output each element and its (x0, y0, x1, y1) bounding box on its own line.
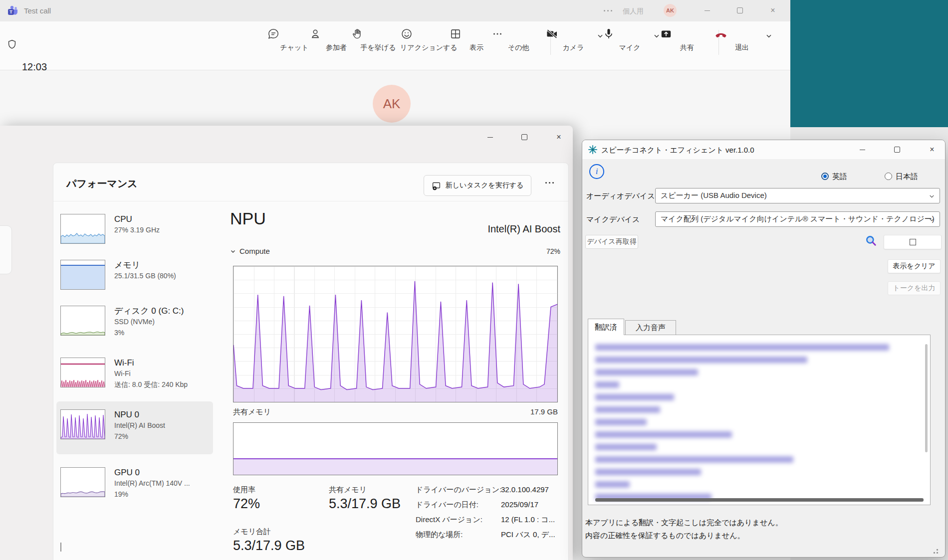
audio-device-select[interactable]: スピーカー (USB Audio Device) (655, 188, 940, 203)
redetect-devices-button[interactable]: デバイス再取得 (585, 235, 638, 249)
stat-value-sharedmem: 5.3/17.9 GB (329, 496, 401, 512)
stop-icon (910, 239, 916, 245)
window-title: Test call (24, 6, 51, 15)
cpu-thumbnail-chart (60, 214, 105, 244)
teams-more-menu[interactable] (604, 10, 612, 11)
radio-japanese[interactable] (885, 173, 892, 180)
run-new-task-button[interactable]: 新しいタスクを実行する (424, 175, 531, 196)
speech-connect-window: スピーチコネクト・エフィシェント ver.1.0.0 × i 英語 日本語 オー… (582, 140, 946, 558)
teams-minimize-button[interactable] (696, 1, 718, 20)
stat-value-usage: 72% (233, 496, 260, 512)
shared-memory-max: 17.9 GB (530, 407, 558, 417)
more-options-button[interactable]: その他 (491, 27, 546, 52)
radio-japanese-label: 日本語 (896, 172, 918, 182)
detail-value: 2025/09/17 (501, 500, 538, 509)
detail-label: DirectX バージョン: (416, 515, 482, 525)
share-icon (660, 27, 714, 40)
tm-performance-panel: パフォーマンス 新しいタスクを実行する CPU 27% 3.19 GHz (53, 163, 569, 560)
sc-minimize-button[interactable] (851, 140, 874, 159)
compute-current-pct: 72% (546, 247, 560, 255)
leave-button[interactable]: 退出 (714, 27, 769, 52)
sidebar-item-partial (60, 543, 61, 552)
wifi-thumbnail-chart (60, 358, 105, 387)
camera-button[interactable]: カメラ (546, 27, 601, 52)
teams-titlebar: T Test call 個人用 AK × (0, 0, 790, 21)
memory-thumbnail-chart (60, 260, 105, 290)
radio-english[interactable] (821, 173, 829, 180)
tab-translated[interactable]: 翻訳済 (588, 319, 624, 335)
transcript-blur-line (595, 344, 889, 351)
video-tile-avatar: AK (373, 85, 411, 123)
svg-text:T: T (9, 9, 12, 14)
resize-grip[interactable] (932, 547, 939, 554)
tm-minimize-button[interactable] (478, 129, 501, 146)
task-manager-window: × パフォーマンス 新しいタスクを実行する CPU 27% (0, 126, 573, 560)
detail-value: 32.0.100.4297 (501, 485, 549, 494)
compute-section-header[interactable]: Compute 72% (230, 247, 560, 255)
stat-label-usage: 使用率 (233, 485, 255, 495)
transcript-blur-line (595, 357, 807, 363)
detail-label: ドライバーのバージョン: (416, 485, 501, 495)
transcript-blur-line (595, 469, 701, 475)
npu-usage-chart (233, 266, 558, 402)
transcript-blur-line (595, 394, 674, 400)
detail-label: 物理的な場所: (416, 530, 463, 540)
shared-memory-header: 共有メモリ 17.9 GB (233, 407, 558, 417)
transcript-blur-line (595, 444, 657, 450)
magnifier-icon[interactable] (865, 234, 878, 247)
tm-more-button[interactable] (545, 182, 554, 184)
info-icon[interactable]: i (589, 164, 604, 179)
hand-icon (351, 27, 406, 40)
transcript-blur-line (595, 419, 647, 425)
npu-panel-title: NPU (230, 209, 266, 228)
chevron-down-icon (929, 216, 935, 223)
stat-value-memtotal: 5.3/17.9 GB (233, 538, 305, 554)
tm-close-button[interactable]: × (547, 129, 570, 146)
avatar[interactable]: AK (664, 4, 677, 17)
transcript-area[interactable] (588, 335, 931, 505)
hangup-icon (714, 27, 769, 40)
stop-button[interactable] (884, 235, 942, 249)
teams-close-button[interactable]: × (761, 1, 784, 20)
sc-titlebar: スピーチコネクト・エフィシェント ver.1.0.0 × (582, 140, 945, 159)
reactions-button[interactable]: リアクションする (400, 27, 455, 52)
audio-device-label: オーディオデバイス (586, 191, 655, 201)
sc-close-button[interactable]: × (921, 140, 944, 159)
ellipsis-icon (491, 27, 546, 40)
smiley-icon (400, 27, 455, 40)
tm-nav-rail[interactable] (0, 225, 12, 274)
desktop-background (790, 0, 948, 127)
horizontal-scrollbar[interactable] (595, 498, 924, 502)
run-task-icon (432, 181, 441, 190)
chevron-down-icon (929, 193, 935, 199)
transcript-blur-line (595, 406, 660, 413)
sc-maximize-button[interactable] (886, 140, 909, 159)
chevron-down-icon (230, 248, 236, 254)
teams-call-toolbar: 12:03 チャット 参加者 (0, 21, 790, 70)
disk-thumbnail-chart (60, 306, 105, 336)
shared-memory-bar (233, 422, 558, 475)
detail-value: 12 (FL 1.0 : コ... (501, 515, 555, 525)
snowflake-app-icon (588, 145, 597, 154)
teams-maximize-button[interactable] (728, 1, 751, 20)
leave-chevron-icon[interactable] (765, 32, 772, 39)
raise-hand-button[interactable]: 手を挙げる (351, 27, 406, 52)
npu-thumbnail-chart (60, 409, 105, 439)
disclaimer-line-1: 本アプリによる翻訳・文字起こしは完全ではありません。 (585, 518, 783, 528)
camera-off-icon (546, 27, 601, 40)
mic-chevron-icon[interactable] (653, 32, 660, 39)
gpu-thumbnail-chart (60, 467, 105, 497)
export-talk-button[interactable]: トークを出力 (888, 281, 941, 295)
share-button[interactable]: 共有 (660, 27, 714, 52)
teams-logo-icon: T (7, 4, 19, 16)
tab-input-audio[interactable]: 入力音声 (625, 320, 676, 335)
mic-device-label: マイクデバイス (586, 215, 640, 224)
mic-button[interactable]: マイク (602, 27, 657, 52)
profile-type-label: 個人用 (623, 7, 644, 16)
window-title: スピーチコネクト・エフィシェント ver.1.0.0 (601, 146, 754, 155)
tm-maximize-button[interactable] (513, 129, 536, 146)
stat-label-sharedmem: 共有メモリ (329, 485, 367, 495)
mic-device-select[interactable]: マイク配列 (デジタルマイク向けインテル® スマート・サウンド・テクノロジー) (655, 211, 940, 227)
clear-display-button[interactable]: 表示をクリア (888, 259, 941, 273)
vertical-scrollbar[interactable] (925, 344, 928, 452)
